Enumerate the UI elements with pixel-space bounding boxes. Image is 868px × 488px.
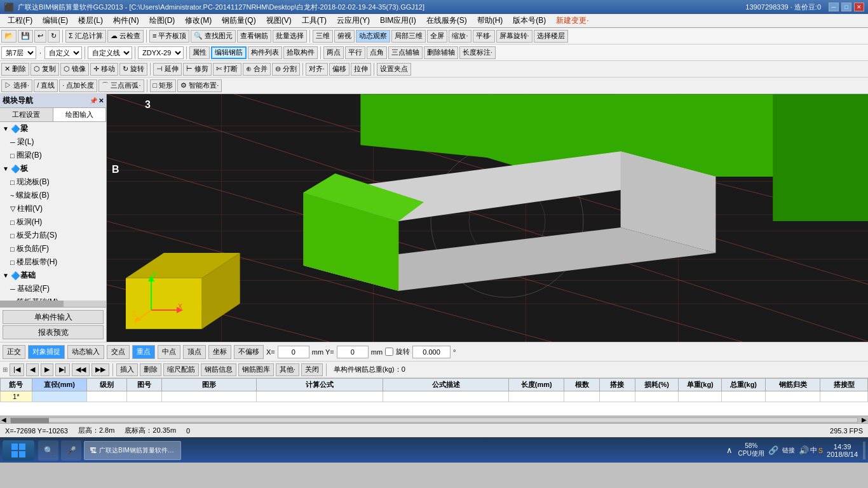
lang-indicator[interactable]: 中 [810, 445, 817, 455]
zdyx-line-select[interactable]: 自定义线 [88, 46, 132, 59]
tb-find-elem-btn[interactable]: 🔍 查找图元 [191, 30, 236, 43]
tb-rotate-btn[interactable]: ↻ 旋转 [119, 63, 147, 76]
menu-bimyingyong[interactable]: BIM应用(I) [375, 14, 421, 27]
tb-move-btn[interactable]: ✛ 移动 [90, 63, 118, 76]
tb-cloud-check-btn[interactable]: ☁ 云检查 [107, 30, 144, 43]
menu-banben[interactable]: 版本号(B) [508, 14, 551, 27]
menu-bangzhu[interactable]: 帮助(H) [472, 14, 508, 27]
tb-trim-btn[interactable]: ⊢ 修剪 [183, 63, 212, 76]
tree-item-lcbd[interactable]: □ 楼层板带(H) [0, 255, 106, 269]
menu-xinjian[interactable]: 新建变更· [551, 14, 593, 27]
y-input[interactable] [337, 346, 369, 358]
scrollbar-track[interactable] [10, 417, 858, 423]
viewport-scrollbar[interactable]: ◀ ▶ [0, 416, 868, 423]
input-indicator[interactable]: S [818, 447, 823, 454]
tb-del-btn[interactable]: ✕ 删除 [1, 63, 29, 76]
scrollbar-thumb[interactable] [11, 418, 49, 423]
tree-item-liang-l[interactable]: ─ 梁(L) [0, 135, 106, 149]
tb-select-floor-btn[interactable]: 选择楼层 [534, 30, 568, 43]
tb-point-angle-btn[interactable]: 点角 [367, 46, 387, 59]
rebar-nav-last-btn[interactable]: ▶| [55, 363, 70, 376]
tb-align-btn[interactable]: 对齐· [306, 63, 328, 76]
viewport[interactable]: 3 B Y X Z [107, 94, 868, 342]
minimize-button[interactable]: ─ [829, 3, 839, 11]
tb-pick-comp-btn[interactable]: 拾取构件 [283, 46, 318, 59]
sidebar-scrollbar[interactable] [0, 301, 106, 307]
menu-goujian[interactable]: 构件(N) [108, 14, 144, 27]
rebar-insert-btn[interactable]: 插入 [116, 363, 138, 376]
tb-redo-btn[interactable]: ↻ [48, 30, 60, 43]
tree-item-bslj[interactable]: □ 板受力筋(S) [0, 229, 106, 242]
rebar-info-btn[interactable]: 钢筋信息 [201, 363, 236, 376]
tb-align-top-btn[interactable]: ≡ 平齐板顶 [149, 30, 189, 43]
mode-dynamic-input-btn[interactable]: 动态输入 [67, 345, 104, 359]
tb-extend-btn[interactable]: ⊣ 延伸 [153, 63, 182, 76]
tree-item-ban[interactable]: ▼ 🔷 板 [0, 162, 106, 175]
rebar-table-area[interactable]: 筋号 直径(mm) 级别 图号 图形 计算公式 公式描述 长度(mm) 根数 搭… [0, 377, 868, 416]
tb-property-btn[interactable]: 属性 [189, 46, 210, 59]
maximize-button[interactable]: □ [841, 3, 851, 11]
rebar-close-btn[interactable]: 关闭 [301, 363, 323, 376]
rebar-nav-prev-btn[interactable]: ◀ [26, 363, 39, 376]
menu-gongju[interactable]: 工具(T) [297, 14, 332, 27]
mode-jiaodian-btn[interactable]: 交点 [107, 345, 130, 359]
rebar-nav-prev2-btn[interactable]: ◀◀ [72, 363, 90, 376]
rotate-input[interactable] [412, 346, 451, 358]
menu-shitu[interactable]: 视图(V) [261, 14, 297, 27]
tree-item-cbj[interactable]: □ 筏板基础(M) [0, 295, 106, 301]
tree-item-xzb[interactable]: □ 现浇板(B) [0, 175, 106, 189]
tree-item-liang[interactable]: ▼ 🔷 梁 [0, 122, 106, 135]
rotate-checkbox[interactable] [385, 348, 393, 356]
tb-offset-btn[interactable]: 偏移 [329, 63, 349, 76]
tb-zoom-btn[interactable]: 缩放· [449, 30, 471, 43]
tb-point-add-len-btn[interactable]: · 点加长度 [59, 79, 97, 92]
rebar-nav-first-btn[interactable]: |◀ [10, 363, 24, 376]
rebar-nav-next-btn[interactable]: ▶ [41, 363, 53, 376]
rebar-scale-btn[interactable]: 缩尺配筋 [163, 363, 199, 376]
tree-item-lxb[interactable]: ~ 螺旋板(B) [0, 189, 106, 202]
menu-bianji[interactable]: 编辑(E) [37, 14, 73, 27]
close-button[interactable]: ✕ [854, 3, 864, 11]
tb-pan-btn[interactable]: 平移· [473, 30, 495, 43]
menu-zaixianfuwu[interactable]: 在线服务(S) [421, 14, 472, 27]
layer-select[interactable]: 第7层 [1, 46, 36, 59]
tb-dynamic-obs-btn[interactable]: 动态观察 [356, 30, 390, 43]
mode-toppoint-btn[interactable]: 顶点 [183, 345, 206, 359]
mode-zhongdian-btn[interactable]: 重点 [132, 345, 155, 359]
tb-view-rebar-btn[interactable]: 查看钢筋 [237, 30, 271, 43]
rebar-nav-next2-btn[interactable]: ▶▶ [92, 363, 109, 376]
speaker-icon[interactable]: 🔊 [799, 445, 809, 456]
tb-save-btn[interactable]: 💾 [18, 30, 33, 43]
menu-louceng[interactable]: 楼层(L) [73, 14, 108, 27]
tb-smart-layout-btn[interactable]: ⚙ 智能布置· [177, 79, 222, 92]
tb-3d-btn[interactable]: 三维 [313, 30, 333, 43]
mode-nooffset-btn[interactable]: 不偏移 [234, 345, 264, 359]
tb-line-draw-btn[interactable]: / 直线 [34, 79, 58, 92]
tb-copy-btn[interactable]: ⬡ 复制 [31, 63, 59, 76]
tab-engineering-settings[interactable]: 工程设置 [0, 108, 53, 121]
scroll-right-btn[interactable]: ▶ [860, 416, 868, 423]
tb-parallel-btn[interactable]: 平行 [345, 46, 365, 59]
tree-item-jichu[interactable]: ▼ 🔷 基础 [0, 269, 106, 282]
mode-midpoint-btn[interactable]: 中点 [158, 345, 180, 359]
menu-gangjin[interactable]: 钢筋量(Q) [217, 14, 261, 27]
tb-topview-btn[interactable]: 俯视 [334, 30, 355, 43]
rebar-other-btn[interactable]: 其他· [276, 363, 299, 376]
x-input[interactable] [278, 346, 309, 358]
tb-length-mark-btn[interactable]: 长度标注· [459, 46, 496, 59]
menu-huitu[interactable]: 绘图(D) [144, 14, 180, 27]
time-display[interactable]: 14:39 2018/8/14 [827, 443, 858, 458]
tb-open-btn[interactable]: 📂 [1, 30, 17, 43]
tb-aux-axis-btn[interactable]: 三点辅轴 [388, 46, 423, 59]
tb-stretch-btn[interactable]: 拉伸 [351, 63, 371, 76]
sidebar-close-icon[interactable]: ✕ [98, 97, 104, 104]
menu-xiugai[interactable]: 修改(M) [180, 14, 217, 27]
single-comp-input-btn[interactable]: 单构件输入 [3, 310, 104, 324]
tab-drawing-input[interactable]: 绘图输入 [53, 108, 107, 121]
zdyx-num-select[interactable]: ZDYX-29 [138, 46, 184, 59]
tb-local-3d-btn[interactable]: 局部三维 [391, 30, 426, 43]
tb-two-point-btn[interactable]: 两点 [323, 46, 344, 59]
tb-merge-btn[interactable]: ⊕ 合并 [243, 63, 271, 76]
tb-select-btn[interactable]: ▷ 选择· [1, 79, 32, 92]
tb-3arc-btn[interactable]: ⌒ 三点画弧· [98, 79, 144, 92]
